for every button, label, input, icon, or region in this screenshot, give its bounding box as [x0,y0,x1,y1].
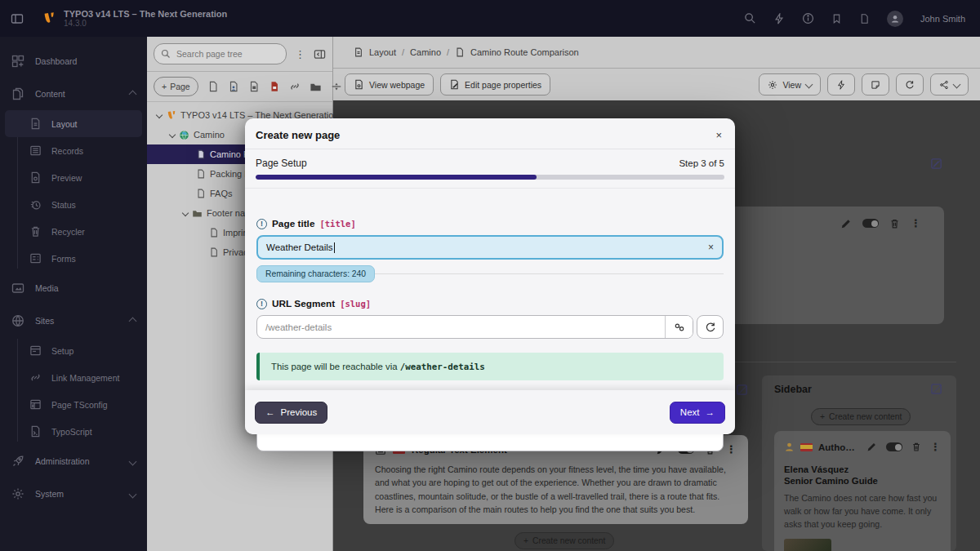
url-segment-value: /weather-details [257,316,665,338]
document-icon[interactable] [859,13,870,24]
toggle-slug-edit-button[interactable] [665,316,693,338]
tree-collapse-icon[interactable] [314,48,326,60]
menu-collapse-icon[interactable] [11,12,24,25]
menu-item-status[interactable]: Status [0,191,147,218]
menu-item-page-tsconfig[interactable]: Page TSconfig [0,391,147,418]
menu-item-link-management[interactable]: Link Management [0,364,147,391]
pencil-icon[interactable] [866,442,877,452]
module-menu: Dashboard Content Layout Records Preview… [0,37,147,551]
note-icon [871,80,880,90]
refresh-button[interactable] [896,73,924,96]
tree-menu-icon[interactable]: ⋮ [292,48,309,60]
tree-expand-icon[interactable] [182,210,189,216]
menu-item-forms[interactable]: Forms [0,245,147,272]
new-page-label: Page [170,82,190,91]
trash-icon[interactable] [889,218,900,229]
menu-label: Page TSconfig [51,400,108,410]
content-element-title: Autho… [818,442,855,452]
menu-item-system[interactable]: System [0,478,147,510]
chevron-down-icon [953,81,961,89]
doctype-spacer-icon[interactable] [269,81,280,92]
more-actions-icon[interactable]: ⋮ [930,441,941,453]
chevron-down-icon [129,457,137,465]
menu-item-dashboard[interactable]: Dashboard [0,45,147,78]
edit-page-properties-button[interactable]: Edit page properties [440,73,550,96]
bookmark-icon[interactable] [831,13,842,24]
breadcrumb-separator: / [402,47,404,57]
note-button[interactable] [862,73,889,96]
breadcrumb-separator: / [447,47,449,57]
visibility-toggle[interactable] [886,442,902,451]
doctype-page-icon[interactable] [207,81,219,92]
next-button[interactable]: Next → [670,402,725,424]
refresh-icon [905,80,915,90]
menu-label: Content [35,89,65,99]
menu-item-recycler[interactable]: Recycler [0,218,147,245]
doctype-shortcut-icon[interactable] [248,81,260,92]
visibility-toggle[interactable] [862,219,879,228]
menu-label: Records [51,146,83,156]
breadcrumb-module[interactable]: Layout [369,47,396,57]
menu-label: Layout [51,119,78,129]
doctype-separator-icon[interactable] [331,81,342,92]
page-tree-search[interactable] [154,43,287,64]
clear-input-icon[interactable]: × [708,242,714,253]
author-role: Senior Camino Guide [784,476,941,486]
user-name[interactable]: John Smith [920,14,965,24]
create-new-content-label: Create new content [829,412,902,421]
close-icon[interactable]: × [715,130,722,140]
info-icon[interactable] [802,12,814,24]
menu-item-layout[interactable]: Layout [5,110,142,137]
records-icon [29,144,42,157]
more-actions-icon[interactable]: ⋮ [911,217,921,229]
view-dropdown-label: View [782,80,801,90]
page-title-label: Page title [272,218,314,229]
regenerate-slug-button[interactable] [697,315,724,339]
tree-expand-icon[interactable] [156,112,163,118]
author-quote-card[interactable]: Autho… ⋮ Elena Vásquez Senior Camino Gui… [774,431,951,551]
edit-section-icon[interactable] [930,158,942,170]
doctype-folder-icon[interactable] [310,81,322,93]
user-avatar[interactable] [887,11,903,27]
url-segment-input[interactable]: /weather-details [256,315,693,339]
menu-item-records[interactable]: Records [0,137,147,164]
typoscript-icon [29,425,42,438]
previous-button[interactable]: ← Previous [255,402,327,424]
tree-expand-icon[interactable] [169,131,176,138]
doctype-backend-section-icon[interactable] [228,81,239,92]
gear-icon [768,80,777,90]
pencil-icon[interactable] [840,218,852,229]
menu-item-sites[interactable]: Sites [0,304,147,337]
menu-item-administration[interactable]: Administration [0,445,147,478]
new-page-button[interactable]: + Page [154,77,198,96]
bolt-button[interactable] [827,73,855,96]
trash-icon[interactable] [911,442,921,452]
edit-column-icon[interactable] [930,383,942,395]
bolt-icon[interactable] [773,13,785,24]
edit-column-icon[interactable] [736,384,748,396]
menu-item-typoscript[interactable]: TypoScript [0,418,147,445]
globe-site-icon [179,130,189,140]
create-new-content-button[interactable]: + Create new content [811,408,911,425]
menu-label: Media [35,283,59,293]
required-icon: ! [256,219,267,229]
search-icon[interactable] [744,12,756,24]
typo3-logo-icon [166,110,176,121]
view-dropdown[interactable]: View [759,73,821,96]
breadcrumb-page[interactable]: Camino Route Comparison [470,47,579,57]
create-new-content-button[interactable]: + Create new content [514,532,614,549]
breadcrumb-site[interactable]: Camino [410,47,441,57]
view-webpage-button[interactable]: View webpage [345,73,434,96]
menu-item-content[interactable]: Content [0,78,147,110]
search-icon [161,49,171,59]
share-dropdown[interactable] [930,73,969,96]
doctype-link-icon[interactable] [289,81,301,92]
search-input[interactable] [175,48,260,60]
menu-item-preview[interactable]: Preview [0,164,147,191]
menu-label: Setup [51,346,74,356]
page-title-input[interactable]: Weather Details × [256,235,724,260]
sidebar-column: Sidebar + Create new content Autho… ⋮ [762,375,956,551]
brand[interactable]: TYPO3 v14 LTS – The Next Generation 14.3… [42,9,227,28]
menu-item-setup[interactable]: Setup [0,337,147,364]
menu-item-media[interactable]: Media [0,272,147,304]
